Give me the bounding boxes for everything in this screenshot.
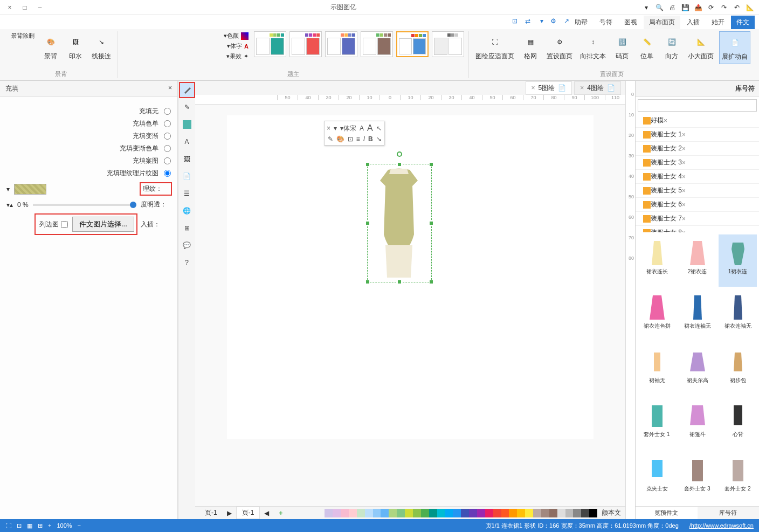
- tool-5-icon[interactable]: ⊡: [508, 17, 518, 27]
- minimize-button[interactable]: –: [34, 2, 45, 13]
- shape-coat-3[interactable]: 3 套外士女: [678, 452, 716, 504]
- view-mode-2-icon[interactable]: ▦: [27, 522, 32, 529]
- add-page-button[interactable]: +: [273, 508, 288, 518]
- preview-icon[interactable]: 🔍: [654, 3, 664, 12]
- zoom-in-button[interactable]: +: [48, 522, 51, 529]
- line-tool-button[interactable]: ✎: [180, 100, 194, 114]
- search-input[interactable]: [638, 99, 757, 112]
- grid-button[interactable]: ▦格网: [520, 31, 541, 63]
- size-dropdown[interactable]: ▾: [334, 125, 337, 132]
- image-tool-button[interactable]: 🖼: [180, 152, 194, 166]
- tool-3-icon[interactable]: ▾: [534, 17, 543, 27]
- help-button[interactable]: ?: [180, 255, 194, 270]
- canvas-scroll[interactable]: ↖AA体宋▾▾× ↘BI≡⊡🎨✎: [195, 105, 625, 506]
- resize-handle[interactable]: [397, 280, 402, 284]
- watermark-button[interactable]: 🖼印水: [65, 31, 86, 63]
- comment-button[interactable]: 💬: [180, 238, 194, 252]
- radio-pattern[interactable]: 充填案图: [6, 156, 171, 165]
- texture-swatch[interactable]: [14, 184, 46, 195]
- tool-1-icon[interactable]: ↗: [560, 17, 569, 27]
- resize-handle[interactable]: [365, 162, 370, 167]
- tool-4-icon[interactable]: ⇄: [521, 17, 530, 27]
- shape-dress-4[interactable]: 裙衣连袖无: [719, 289, 757, 341]
- align-button[interactable]: ⊞: [180, 221, 194, 235]
- group-icon[interactable]: ⊡: [348, 135, 353, 143]
- page-size-button[interactable]: 📐小大面页: [686, 31, 716, 63]
- close-icon[interactable]: ×: [532, 84, 535, 92]
- tab-view[interactable]: 图视: [619, 16, 643, 29]
- status-url[interactable]: http://www.edrawsoft.cn/: [689, 522, 754, 529]
- stretch-checkbox[interactable]: 列边图: [38, 217, 68, 232]
- shape-dress-long[interactable]: 裙衣连长: [638, 234, 676, 287]
- fill-tool-button[interactable]: [180, 83, 194, 97]
- dropdown-icon[interactable]: ▾: [641, 3, 651, 12]
- tab-start[interactable]: 始开: [706, 16, 730, 29]
- tool-2-icon[interactable]: ⚙: [547, 17, 556, 27]
- shape-coat-2[interactable]: 2 套外士女: [719, 452, 757, 504]
- page-settings-button[interactable]: ⚙置设面页: [544, 31, 575, 63]
- line-icon[interactable]: ✎: [328, 135, 333, 143]
- layers-button[interactable]: ☰: [180, 186, 194, 201]
- shape-jacket[interactable]: 克夹士女: [638, 452, 676, 504]
- close-icon[interactable]: ×: [682, 215, 686, 223]
- connector-button[interactable]: ↘线接连: [89, 31, 113, 63]
- resize-handle[interactable]: [365, 221, 370, 225]
- page-nav-prev[interactable]: ◀: [264, 509, 269, 517]
- theme-effects-button[interactable]: ✦果效▾: [222, 52, 251, 61]
- page-tab-2[interactable]: 1-页: [199, 507, 223, 519]
- redo-icon[interactable]: ↷: [719, 3, 729, 12]
- maximize-button[interactable]: □: [19, 2, 30, 13]
- theme-gallery[interactable]: [254, 31, 464, 57]
- close-icon[interactable]: ×: [682, 159, 686, 167]
- shape-dress-2[interactable]: 2裙衣连: [678, 234, 716, 287]
- shape-tank[interactable]: 心背: [719, 397, 757, 450]
- tab-symbol-lib[interactable]: 库号符: [698, 507, 760, 519]
- globe-button[interactable]: 🌐: [180, 204, 194, 218]
- panel-close-button[interactable]: ×: [168, 84, 172, 93]
- theme-colors-button[interactable]: 色颜▾: [222, 31, 251, 40]
- close-icon[interactable]: ×: [664, 117, 667, 125]
- resize-handle[interactable]: [429, 221, 433, 225]
- export-icon[interactable]: 📤: [693, 3, 703, 12]
- page-number-button[interactable]: 🔢码页: [611, 31, 633, 63]
- radio-gradient-mono[interactable]: 充填变渐色单: [6, 144, 171, 153]
- undo-icon[interactable]: ↶: [732, 3, 742, 12]
- close-button[interactable]: ×: [4, 2, 15, 13]
- library-list[interactable]: ×好模 ×1 装服士女 ×2 装服士女 ×3 装服士女 ×4 装服士女 ×5 装…: [636, 114, 759, 232]
- dress-shape[interactable]: [367, 164, 431, 283]
- close-icon[interactable]: ×: [682, 145, 686, 153]
- rotation-handle[interactable]: [397, 151, 402, 157]
- doc-tab[interactable]: 📄5图绘×: [526, 81, 572, 95]
- fullscreen-icon[interactable]: ⛶: [5, 522, 11, 529]
- resize-handle[interactable]: [365, 280, 370, 284]
- radio-no-fill[interactable]: 充填无: [6, 107, 171, 116]
- close-icon[interactable]: ×: [327, 125, 330, 132]
- resize-handle[interactable]: [429, 162, 433, 167]
- view-mode-1-icon[interactable]: ⊞: [38, 522, 43, 529]
- orientation-button[interactable]: 🔄向方: [661, 31, 682, 63]
- page-tab-1[interactable]: 1-页: [236, 507, 260, 519]
- tab-page-layout[interactable]: 局布面页: [644, 16, 680, 29]
- shape-dress-1[interactable]: 1裙衣连: [719, 234, 757, 287]
- tab-help[interactable]: 助帮: [569, 16, 593, 29]
- tab-file[interactable]: 件文: [731, 16, 755, 29]
- view-mode-3-icon[interactable]: ⊡: [17, 522, 22, 529]
- tab-insert[interactable]: 入插: [681, 16, 705, 29]
- close-icon[interactable]: ×: [682, 187, 686, 195]
- tab-symbols[interactable]: 号符: [594, 16, 618, 29]
- shape-coat-1[interactable]: 1 套外士女: [638, 397, 676, 450]
- close-icon[interactable]: ×: [580, 84, 584, 92]
- zoom-out-button[interactable]: −: [78, 522, 81, 529]
- close-icon[interactable]: ×: [682, 201, 686, 209]
- close-icon[interactable]: ×: [682, 131, 686, 139]
- select-file-button[interactable]: ...件文图片选择: [72, 217, 134, 232]
- shape-cape[interactable]: 裙篷斗: [678, 397, 716, 450]
- close-icon[interactable]: ×: [682, 173, 686, 181]
- pointer-icon[interactable]: ↖: [376, 125, 382, 132]
- shape-skirt-3[interactable]: 裙袖无: [638, 343, 676, 396]
- page-nav-next[interactable]: ▶: [227, 509, 232, 517]
- save-icon[interactable]: 💾: [680, 3, 690, 12]
- fill-icon[interactable]: 🎨: [336, 135, 344, 143]
- doc-tab-active[interactable]: 📄4图绘×: [574, 81, 621, 95]
- shapes-grid[interactable]: 1裙衣连 2裙衣连 裙衣连长 裙衣连袖无 裙衣连袖无 裙衣连色拼 裙步包 裙夫尔…: [636, 232, 759, 506]
